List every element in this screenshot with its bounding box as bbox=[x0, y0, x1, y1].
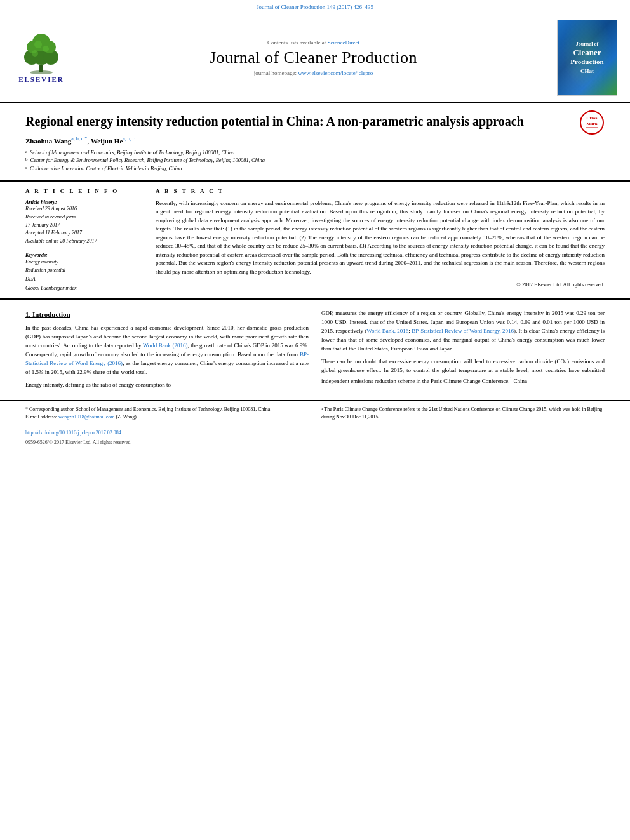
crossmark-icon: Cross Mark bbox=[579, 110, 605, 135]
intro-para-1: In the past decades, China has experienc… bbox=[25, 324, 309, 377]
badge-production-label: Production bbox=[570, 58, 603, 65]
copyright-line: © 2017 Elsevier Ltd. All rights reserved… bbox=[156, 281, 605, 288]
abstract-text: Recently, with increasingly concern on e… bbox=[156, 199, 605, 277]
sciencedirect-link[interactable]: ScienceDirect bbox=[328, 39, 359, 46]
affiliations: a School of Management and Economics, Be… bbox=[25, 149, 573, 173]
journal-header: ELSEVIER Contents lists available at Sci… bbox=[0, 13, 630, 103]
bp-review-link[interactable]: BP-Statistical Review of Word Energy (20… bbox=[25, 351, 309, 366]
author1-name: Zhaohua Wang bbox=[25, 137, 71, 145]
history-dates: Received 29 August 2016 Received in revi… bbox=[25, 205, 143, 246]
history-label: Article history: bbox=[25, 199, 143, 205]
elsevier-tree-icon bbox=[19, 33, 64, 74]
sciencedirect-line: Contents lists available at ScienceDirec… bbox=[83, 39, 544, 46]
svg-text:Mark: Mark bbox=[586, 121, 597, 126]
homepage-line: journal homepage: www.elsevier.com/locat… bbox=[83, 70, 544, 76]
svg-text:Cross: Cross bbox=[587, 116, 598, 121]
article-info-column: A R T I C L E I N F O Article history: R… bbox=[25, 188, 143, 292]
body-right-column: GDP, measures the energy efficiency of a… bbox=[321, 309, 605, 394]
authors-line: Zhaohua Wanga, b, c *, Weijun Hea, b, c bbox=[25, 136, 573, 145]
affil-b-text: Center for Energy & Environmental Policy… bbox=[30, 156, 265, 164]
accepted-date: Accepted 11 February 2017 bbox=[25, 229, 143, 237]
elsevier-brand-text: ELSEVIER bbox=[18, 76, 64, 83]
affil-c-text: Collaborative Innovation Centre of Elect… bbox=[30, 164, 182, 173]
intro-section-label: 1. Introduction bbox=[25, 309, 309, 320]
keyword-2: Reduction potential bbox=[25, 266, 143, 275]
cleaner-production-badge: Journal of Cleaner Production CHat bbox=[557, 20, 617, 96]
article-title-section: Regional energy intensity reduction pote… bbox=[0, 103, 630, 181]
svg-point-9 bbox=[43, 46, 49, 52]
keywords-list: Energy intensity Reduction potential DEA… bbox=[25, 258, 143, 292]
author2-sup: a, b, c bbox=[123, 136, 135, 142]
doi-link[interactable]: http://dx.doi.org/10.1016/j.jclepro.2017… bbox=[25, 430, 121, 436]
contents-list-text: Contents lists available at bbox=[267, 39, 326, 46]
abstract-heading: A B S T R A C T bbox=[156, 188, 605, 194]
badge-cleaner-label: Cleaner bbox=[573, 48, 601, 58]
journal-citation-header: Journal of Cleaner Production 149 (2017)… bbox=[0, 0, 630, 13]
svg-point-10 bbox=[32, 50, 38, 57]
doi-line: http://dx.doi.org/10.1016/j.jclepro.2017… bbox=[0, 426, 630, 439]
footnote-left: * Corresponding author. School of Manage… bbox=[25, 406, 309, 421]
affil-a: a School of Management and Economics, Be… bbox=[25, 149, 573, 157]
intro-para-2: Energy intensity, defining as the ratio … bbox=[25, 381, 309, 390]
right-para-2: There can be no doubt that excessive ene… bbox=[321, 357, 605, 386]
homepage-link[interactable]: www.elsevier.com/locate/jclepro bbox=[298, 70, 373, 76]
issn-line: 0959-6526/© 2017 Elsevier Ltd. All right… bbox=[0, 439, 630, 451]
keyword-3: DEA bbox=[25, 275, 143, 284]
affil-b-sup: b bbox=[25, 156, 28, 164]
keyword-4: Global Luenberger index bbox=[25, 284, 143, 293]
author2-name: Weijun He bbox=[91, 137, 123, 145]
online-date: Available online 20 February 2017 bbox=[25, 237, 143, 246]
worldbank-link[interactable]: World Bank (2016) bbox=[143, 342, 188, 349]
body-left-column: 1. Introduction In the past decades, Chi… bbox=[25, 309, 309, 394]
affil-c-sup: c bbox=[25, 164, 27, 173]
main-body: 1. Introduction In the past decades, Chi… bbox=[0, 300, 630, 400]
revised-date: 17 January 2017 bbox=[25, 222, 143, 230]
affil-a-text: School of Management and Economics, Beij… bbox=[30, 149, 234, 157]
affil-b: b Center for Energy & Environmental Poli… bbox=[25, 156, 573, 164]
citation-text: Journal of Cleaner Production 149 (2017)… bbox=[257, 4, 373, 10]
badge-chat-label: CHat bbox=[580, 68, 594, 74]
email-link[interactable]: wangzh1018@hotmail.com bbox=[58, 414, 114, 420]
svg-point-1 bbox=[30, 70, 53, 74]
worldbank-link-2[interactable]: World Bank, 2016 bbox=[366, 328, 408, 334]
article-title: Regional energy intensity reduction pote… bbox=[25, 113, 573, 130]
bp-link-2[interactable]: BP-Statistical Review of Word Energy, 20… bbox=[412, 328, 514, 334]
keywords-label: Keywords: bbox=[25, 252, 143, 258]
revised-label: Received in revised form bbox=[25, 213, 143, 222]
footnotes-section: * Corresponding author. School of Manage… bbox=[0, 400, 630, 426]
right-para-1: GDP, measures the energy efficiency of a… bbox=[321, 309, 605, 354]
article-info-heading: A R T I C L E I N F O bbox=[25, 188, 143, 194]
homepage-label: journal homepage: bbox=[254, 70, 297, 76]
received-date: Received 29 August 2016 bbox=[25, 205, 143, 213]
keyword-1: Energy intensity bbox=[25, 258, 143, 267]
crossmark-badge: Cross Mark bbox=[579, 110, 605, 135]
badge-journal-label: Journal of bbox=[576, 41, 598, 48]
affil-a-sup: a bbox=[25, 149, 27, 157]
affil-c: c Collaborative Innovation Centre of Ele… bbox=[25, 164, 573, 173]
corresponding-author-note: * Corresponding author. School of Manage… bbox=[25, 406, 309, 421]
author1-sup: a, b, c * bbox=[71, 136, 87, 142]
article-info-abstract-section: A R T I C L E I N F O Article history: R… bbox=[0, 182, 630, 299]
journal-info-center: Contents lists available at ScienceDirec… bbox=[70, 39, 557, 76]
elsevier-logo: ELSEVIER bbox=[13, 33, 70, 83]
journal-title: Journal of Cleaner Production bbox=[83, 48, 544, 67]
footnote-right: ¹ The Paris Climate Change Conference re… bbox=[321, 406, 605, 421]
keywords-section: Keywords: Energy intensity Reduction pot… bbox=[25, 252, 143, 292]
svg-point-8 bbox=[34, 41, 42, 48]
abstract-column: A B S T R A C T Recently, with increasin… bbox=[156, 188, 605, 292]
